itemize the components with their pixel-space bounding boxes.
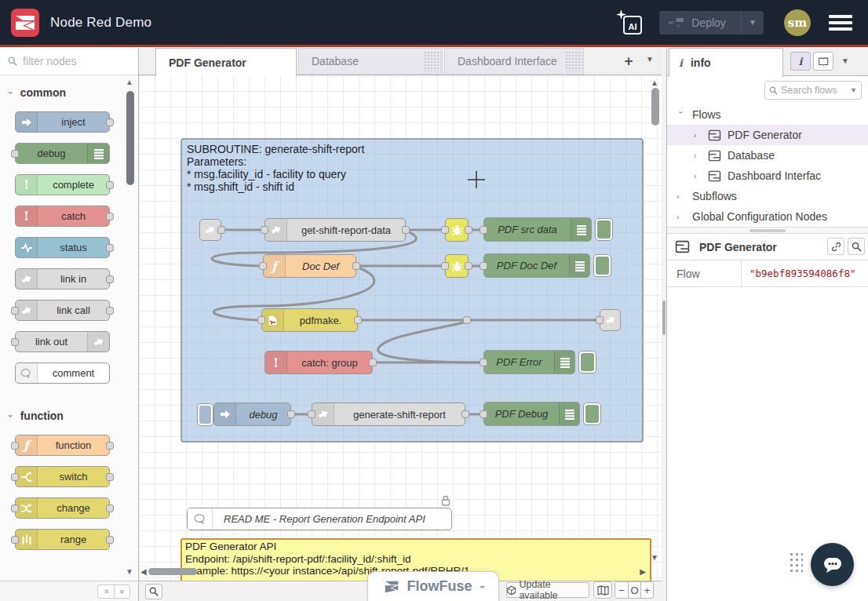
sidebar-tab-info[interactable]: i info (669, 48, 783, 77)
node-port-output[interactable] (106, 307, 114, 315)
tab-dashboard-interface[interactable]: Dashboard Interface (444, 48, 584, 75)
node-port-output[interactable] (106, 244, 114, 252)
palette-node-catch[interactable]: !catch (15, 206, 110, 227)
palette-node-change[interactable]: change (15, 497, 110, 519)
wire[interactable] (377, 322, 480, 362)
palette-node-debug[interactable]: debug (15, 143, 110, 164)
node-port-output[interactable] (369, 359, 377, 366)
node-port-input[interactable] (11, 442, 19, 450)
node-port-input[interactable] (257, 316, 265, 324)
node-pdf-debug[interactable]: PDF Debug (483, 402, 580, 426)
canvas-hscrollbar[interactable] (148, 568, 197, 575)
tab-pdf-generator[interactable]: PDF Generator (155, 48, 297, 76)
main-menu-icon[interactable] (829, 15, 852, 31)
palette-collapse-all-button[interactable]: » (98, 585, 114, 598)
inject-trigger-button[interactable] (197, 403, 213, 426)
node-port-output[interactable] (217, 226, 225, 234)
node-pdf-src-data[interactable]: PDF src data (483, 217, 592, 242)
node-port-output[interactable] (106, 181, 114, 189)
canvas-search-button[interactable] (145, 584, 162, 599)
palette-node-link-call[interactable]: link call (15, 300, 110, 321)
node-port-output[interactable] (106, 442, 114, 450)
node-link-in[interactable] (199, 219, 221, 241)
node-port-output[interactable] (106, 213, 114, 220)
deploy-caret-icon[interactable]: ▼ (742, 18, 764, 27)
node-port-output[interactable] (461, 410, 469, 418)
node-inject-debug[interactable]: debug (213, 402, 291, 426)
node-port-input[interactable] (480, 262, 487, 270)
tree-item-global-config[interactable]: › Global Configuration Nodes (667, 206, 868, 227)
comment-node-readme[interactable]: READ ME - Report Generation Endpoint API (187, 508, 452, 530)
detail-search-button[interactable] (848, 238, 865, 255)
node-pdf-error[interactable]: PDF Error (483, 350, 575, 374)
palette-scrollbar[interactable] (126, 91, 134, 185)
debug-toggle-button[interactable] (578, 351, 596, 373)
node-bug-2[interactable] (445, 254, 469, 278)
debug-toggle-button[interactable] (593, 254, 611, 277)
palette-category-common[interactable]: ›common (0, 75, 138, 100)
sidebar-splitter[interactable] (667, 227, 868, 234)
palette-scroll-down-icon[interactable]: ▼ (126, 567, 133, 576)
node-port-input[interactable] (11, 536, 19, 544)
node-port-input[interactable] (441, 226, 449, 234)
palette-node-link-in[interactable]: link in (15, 268, 110, 290)
palette-expand-all-button[interactable]: » (114, 585, 129, 598)
node-port-output[interactable] (465, 226, 472, 234)
node-port-output[interactable] (106, 536, 114, 544)
node-port-input[interactable] (259, 262, 267, 270)
node-port-input[interactable] (480, 410, 487, 418)
node-pdfmake[interactable]: pdfmake. (261, 308, 358, 332)
node-link-out[interactable] (600, 309, 621, 331)
sidebar-resize-gutter[interactable] (662, 47, 667, 601)
tree-item-dashboard-interface[interactable]: › Dashboard Interfac (667, 166, 868, 186)
navigator-button[interactable] (593, 581, 612, 599)
ai-assistant-button[interactable]: AI (618, 11, 642, 35)
node-port-input[interactable] (11, 473, 19, 481)
wire-junction[interactable] (463, 316, 471, 324)
node-port-input[interactable] (480, 359, 487, 366)
sidebar-docs-button[interactable] (813, 52, 833, 71)
tab-list-caret-icon[interactable]: ▼ (646, 55, 654, 64)
palette-node-link-out[interactable]: link out (15, 331, 110, 352)
palette-node-status[interactable]: status (15, 237, 110, 258)
node-port-input[interactable] (480, 226, 487, 234)
palette-node-range[interactable]: range (15, 529, 110, 550)
palette-node-comment[interactable]: comment (15, 362, 110, 384)
node-port-output[interactable] (287, 410, 295, 418)
node-catch-group[interactable]: !catch: group (264, 351, 373, 374)
sidebar-info-button[interactable]: i (790, 52, 811, 71)
tree-item-pdf-generator[interactable]: › PDF Generator (667, 125, 868, 145)
sidebar-tab-caret-icon[interactable]: ▼ (841, 56, 849, 65)
zoom-reset-button[interactable]: O (628, 582, 640, 598)
property-value[interactable]: "b9ebf893594086f8" (742, 268, 855, 279)
node-port-output[interactable] (106, 473, 114, 481)
palette-node-complete[interactable]: !complete (15, 174, 110, 195)
canvas-scroll-right-icon[interactable]: ▶ (640, 567, 646, 576)
node-port-output[interactable] (354, 316, 362, 324)
debug-toggle-button[interactable] (595, 218, 613, 241)
node-bug-1[interactable] (445, 218, 469, 242)
tree-item-flows[interactable]: › Flows (667, 104, 868, 125)
node-doc-def[interactable]: ƒDoc Def (263, 254, 356, 278)
gutter-grip[interactable] (662, 300, 666, 335)
add-tab-button[interactable]: + (618, 51, 640, 71)
search-caret-icon[interactable]: ▼ (850, 86, 857, 94)
canvas-vscrollbar[interactable] (651, 88, 659, 126)
chat-button[interactable] (811, 543, 854, 586)
tree-item-database[interactable]: › Database (667, 145, 868, 166)
node-port-output[interactable] (465, 262, 472, 270)
node-port-output[interactable] (352, 262, 360, 270)
canvas-scroll-up-icon[interactable]: ▲ (651, 78, 658, 87)
palette-node-function[interactable]: ƒfunction (15, 435, 110, 456)
node-port-input[interactable] (11, 150, 19, 158)
chat-drag-handle[interactable] (788, 551, 803, 572)
node-port-output[interactable] (106, 118, 114, 126)
node-port-input[interactable] (441, 262, 449, 270)
node-port-input[interactable] (11, 504, 19, 512)
flows-search-input[interactable]: Search flows ▼ (764, 81, 862, 100)
node-port-input[interactable] (596, 316, 604, 324)
update-available-button[interactable]: Update available (506, 582, 589, 598)
palette-scroll-up-icon[interactable]: ▲ (126, 78, 133, 86)
palette-node-inject[interactable]: inject (15, 111, 110, 133)
node-port-input[interactable] (11, 307, 19, 315)
